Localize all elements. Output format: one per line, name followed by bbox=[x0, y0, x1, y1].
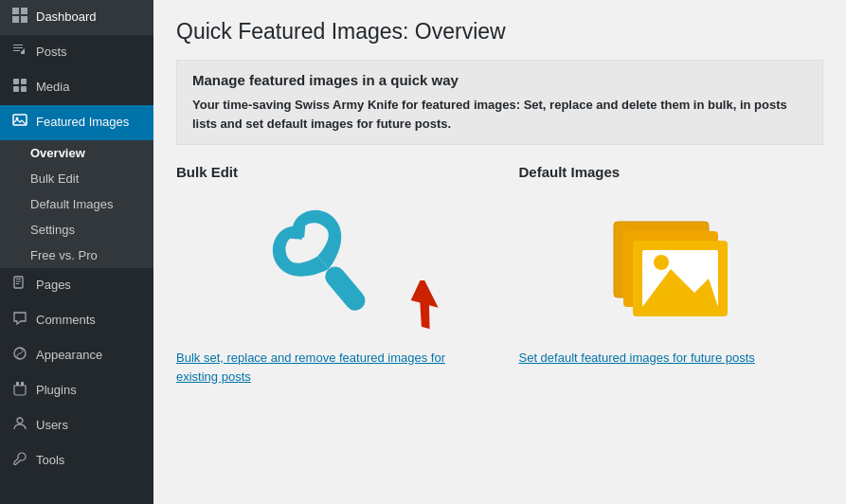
svg-rect-2 bbox=[12, 16, 19, 23]
tools-icon bbox=[11, 451, 28, 471]
page-title: Quick Featured Images: Overview bbox=[176, 19, 823, 45]
sidebar-item-label: Media bbox=[36, 79, 69, 96]
svg-rect-5 bbox=[21, 79, 27, 84]
svg-rect-0 bbox=[12, 8, 19, 14]
sidebar-item-users[interactable]: Users bbox=[0, 408, 153, 443]
svg-rect-16 bbox=[21, 382, 24, 386]
svg-rect-1 bbox=[21, 8, 27, 14]
appearance-icon bbox=[11, 346, 28, 366]
arrow-icon bbox=[410, 280, 462, 333]
bulk-edit-title: Bulk Edit bbox=[176, 164, 481, 180]
svg-rect-4 bbox=[13, 79, 19, 84]
wrench-icon bbox=[258, 198, 400, 340]
submenu-item-default-images[interactable]: Default Images bbox=[0, 191, 153, 217]
svg-rect-11 bbox=[16, 279, 21, 279]
posts-icon bbox=[11, 43, 28, 63]
svg-rect-12 bbox=[16, 281, 21, 282]
svg-rect-6 bbox=[13, 86, 19, 92]
featured-images-icon bbox=[11, 113, 28, 133]
sidebar-item-posts[interactable]: Posts bbox=[0, 35, 153, 70]
submenu-item-overview[interactable]: Overview bbox=[0, 140, 153, 166]
sidebar-item-pages[interactable]: Pages bbox=[0, 268, 153, 303]
svg-rect-15 bbox=[16, 382, 19, 386]
svg-rect-7 bbox=[21, 86, 27, 92]
comments-icon bbox=[11, 311, 28, 331]
submenu-item-settings[interactable]: Settings bbox=[0, 217, 153, 243]
submenu-item-free-vs-pro[interactable]: Free vs. Pro bbox=[0, 243, 153, 268]
sidebar-item-label: Featured Images bbox=[36, 114, 129, 131]
dashboard-icon bbox=[11, 8, 28, 27]
sidebar-item-plugins[interactable]: Plugins bbox=[0, 373, 153, 408]
sidebar-item-tools[interactable]: Tools bbox=[0, 443, 153, 478]
main-content: Quick Featured Images: Overview Manage f… bbox=[153, 0, 846, 504]
bulk-edit-icon-area bbox=[176, 193, 481, 345]
sidebar-item-featured-images[interactable]: Featured Images bbox=[0, 105, 153, 140]
cards-row: Bulk Edit Bulk set, replace and remove f… bbox=[176, 164, 823, 386]
sidebar-item-label: Pages bbox=[36, 277, 71, 294]
svg-rect-13 bbox=[16, 283, 19, 284]
info-box: Manage featured images in a quick way Yo… bbox=[176, 60, 823, 145]
sidebar-item-label: Posts bbox=[36, 44, 67, 61]
users-icon bbox=[11, 416, 28, 436]
plugins-icon bbox=[11, 381, 28, 401]
svg-rect-10 bbox=[14, 277, 23, 288]
sidebar-item-label: Users bbox=[36, 417, 68, 434]
arrow-indicator bbox=[410, 280, 462, 335]
sidebar-item-media[interactable]: Media bbox=[0, 70, 153, 105]
svg-point-17 bbox=[17, 418, 23, 423]
sidebar-item-label: Plugins bbox=[36, 382, 77, 399]
svg-point-24 bbox=[654, 255, 669, 270]
info-box-heading: Manage featured images in a quick way bbox=[192, 72, 807, 88]
bulk-edit-card: Bulk Edit Bulk set, replace and remove f… bbox=[176, 164, 481, 386]
info-box-text: Your time-saving Swiss Army Knife for fe… bbox=[192, 96, 807, 133]
submenu-item-bulk-edit[interactable]: Bulk Edit bbox=[0, 166, 153, 191]
sidebar-item-label: Comments bbox=[36, 312, 96, 329]
default-images-svg bbox=[595, 203, 747, 335]
svg-rect-18 bbox=[321, 262, 369, 315]
sidebar-item-dashboard[interactable]: Dashboard bbox=[0, 0, 153, 35]
featured-images-submenu: Overview Bulk Edit Default Images Settin… bbox=[0, 140, 153, 268]
pages-icon bbox=[11, 276, 28, 296]
sidebar-item-comments[interactable]: Comments bbox=[0, 303, 153, 338]
svg-rect-3 bbox=[21, 16, 27, 23]
sidebar: Dashboard Posts Media Featured Images Ov… bbox=[0, 0, 153, 504]
default-images-link[interactable]: Set default featured images for future p… bbox=[519, 349, 824, 368]
sidebar-item-label: Dashboard bbox=[36, 9, 97, 26]
sidebar-item-appearance[interactable]: Appearance bbox=[0, 338, 153, 373]
bulk-edit-link[interactable]: Bulk set, replace and remove featured im… bbox=[176, 349, 481, 386]
default-images-title: Default Images bbox=[519, 164, 824, 180]
media-icon bbox=[11, 78, 28, 98]
default-images-icon-area bbox=[519, 193, 824, 345]
sidebar-item-label: Appearance bbox=[36, 347, 102, 364]
default-images-card: Default Images bbox=[519, 164, 824, 386]
sidebar-item-label: Tools bbox=[36, 452, 64, 469]
